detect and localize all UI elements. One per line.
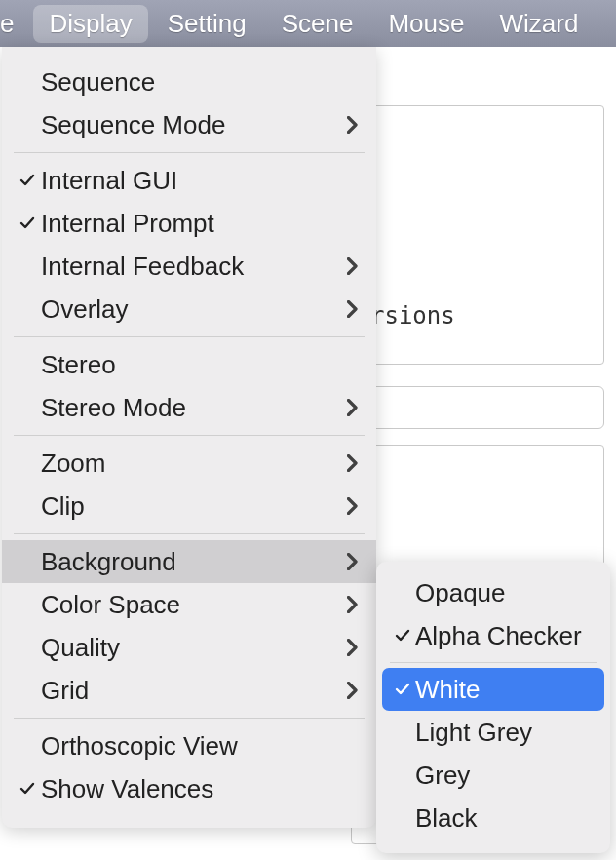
menu-item-stereo-mode[interactable]: Stereo Mode	[2, 386, 376, 429]
menu-item-label: Sequence	[41, 67, 335, 98]
menubar-item-setting[interactable]: Setting	[150, 1, 264, 47]
menu-item-orthoscopic-view[interactable]: Orthoscopic View	[2, 724, 376, 767]
background-submenu: OpaqueAlpha CheckerWhiteLight GreyGreyBl…	[376, 562, 610, 853]
chevron-slot	[335, 257, 359, 275]
menu-item-label: Internal Feedback	[41, 252, 335, 282]
submenu-item-label: Opaque	[415, 578, 589, 608]
menu-item-internal-feedback[interactable]: Internal Feedback	[2, 245, 376, 288]
chevron-right-icon	[347, 116, 359, 134]
submenu-item-label: Alpha Checker	[415, 621, 589, 651]
chevron-right-icon	[347, 454, 359, 472]
menu-separator	[14, 435, 365, 436]
chevron-right-icon	[347, 596, 359, 613]
menu-item-label: Clip	[41, 491, 335, 522]
submenu-separator	[390, 662, 597, 663]
menubar-item-mouse[interactable]: Mouse	[370, 1, 481, 47]
display-dropdown-menu: SequenceSequence ModeInternal GUIInterna…	[2, 47, 376, 828]
menu-item-stereo[interactable]: Stereo	[2, 343, 376, 386]
menubar-item-display[interactable]: Display	[33, 5, 147, 43]
menu-item-sequence-mode[interactable]: Sequence Mode	[2, 103, 376, 146]
menu-item-clip[interactable]: Clip	[2, 485, 376, 528]
menubar-item-wizard[interactable]: Wizard	[481, 1, 596, 47]
menu-separator	[14, 152, 365, 153]
chevron-right-icon	[347, 257, 359, 275]
menu-separator	[14, 533, 365, 534]
background-partial-text: rsions	[370, 302, 455, 330]
menubar-item-truncated[interactable]: e	[0, 1, 31, 47]
checkmark-icon	[19, 780, 36, 798]
chevron-slot	[335, 454, 359, 472]
chevron-slot	[335, 300, 359, 318]
chevron-right-icon	[347, 399, 359, 416]
chevron-slot	[335, 553, 359, 570]
checkmark-slot	[14, 215, 41, 232]
checkmark-slot	[14, 780, 41, 798]
chevron-slot	[335, 116, 359, 134]
menu-item-sequence[interactable]: Sequence	[2, 60, 376, 103]
menu-item-label: Color Space	[41, 590, 335, 620]
menu-item-internal-gui[interactable]: Internal GUI	[2, 159, 376, 202]
chevron-right-icon	[347, 300, 359, 318]
submenu-item-label: Light Grey	[415, 718, 589, 748]
menu-separator	[14, 336, 365, 337]
background-input-box[interactable]	[351, 386, 604, 429]
menu-item-show-valences[interactable]: Show Valences	[2, 767, 376, 810]
menu-item-label: Internal GUI	[41, 166, 335, 196]
menu-item-label: Sequence Mode	[41, 110, 335, 140]
submenu-item-label: Black	[415, 803, 589, 834]
menu-item-background[interactable]: Background	[2, 540, 376, 583]
menu-item-overlay[interactable]: Overlay	[2, 288, 376, 331]
submenu-item-label: White	[415, 675, 589, 705]
chevron-right-icon	[347, 639, 359, 656]
chevron-right-icon	[347, 497, 359, 515]
menu-item-label: Show Valences	[41, 774, 335, 804]
checkmark-icon	[19, 215, 36, 232]
checkmark-icon	[19, 172, 36, 189]
checkmark-icon	[394, 627, 411, 645]
chevron-slot	[335, 596, 359, 613]
menu-item-label: Stereo	[41, 350, 335, 380]
menu-item-label: Background	[41, 547, 335, 577]
submenu-item-opaque[interactable]: Opaque	[382, 571, 604, 614]
chevron-slot	[335, 497, 359, 515]
chevron-slot	[335, 639, 359, 656]
menu-item-label: Grid	[41, 676, 335, 706]
menu-item-label: Zoom	[41, 449, 335, 479]
chevron-slot	[335, 399, 359, 416]
checkmark-slot	[390, 627, 415, 645]
submenu-item-label: Grey	[415, 761, 589, 791]
menu-item-label: Overlay	[41, 294, 335, 325]
submenu-item-white[interactable]: White	[382, 668, 604, 711]
menu-item-zoom[interactable]: Zoom	[2, 442, 376, 485]
checkmark-slot	[14, 172, 41, 189]
menu-item-label: Quality	[41, 633, 335, 663]
menu-item-internal-prompt[interactable]: Internal Prompt	[2, 202, 376, 245]
menubar-item-scene[interactable]: Scene	[264, 1, 371, 47]
menu-item-label: Stereo Mode	[41, 393, 335, 423]
submenu-item-alpha-checker[interactable]: Alpha Checker	[382, 614, 604, 657]
menu-item-color-space[interactable]: Color Space	[2, 583, 376, 626]
menubar: e Display Setting Scene Mouse Wizard	[0, 0, 616, 47]
chevron-right-icon	[347, 553, 359, 570]
checkmark-icon	[394, 681, 411, 698]
chevron-slot	[335, 682, 359, 699]
menu-item-grid[interactable]: Grid	[2, 669, 376, 712]
submenu-item-grey[interactable]: Grey	[382, 754, 604, 797]
menu-item-quality[interactable]: Quality	[2, 626, 376, 669]
checkmark-slot	[390, 681, 415, 698]
chevron-right-icon	[347, 682, 359, 699]
menu-item-label: Orthoscopic View	[41, 731, 335, 762]
menu-item-label: Internal Prompt	[41, 209, 335, 239]
submenu-item-light-grey[interactable]: Light Grey	[382, 711, 604, 754]
menu-separator	[14, 718, 365, 719]
submenu-item-black[interactable]: Black	[382, 797, 604, 840]
